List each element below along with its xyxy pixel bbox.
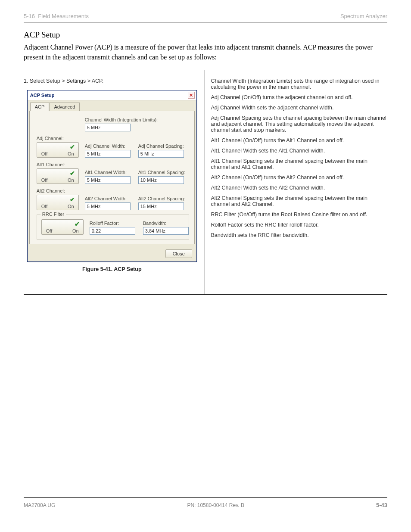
desc-item: Alt1 Channel (On/Off) turns the Alt1 Cha… xyxy=(211,137,388,143)
two-column-layout: 1. Select Setup > Settings > ACP. ACP Se… xyxy=(24,70,387,295)
rrc-filter-legend: RRC Filter xyxy=(40,212,66,217)
page-footer: MA2700A UG PN: 10580-00414 Rev. B 5-43 xyxy=(24,497,387,508)
channel-width-label: Channel Width (Integration Limits): xyxy=(85,117,158,122)
toggle-off-label: Off xyxy=(41,204,47,209)
bandwidth-label: Bandwidth: xyxy=(143,221,189,226)
check-icon: ✔ xyxy=(75,221,80,227)
footer-pn: PN: 10580-00414 Rev. B xyxy=(187,502,244,508)
toggle-off-label: Off xyxy=(46,228,52,233)
desc-item: Alt2 Channel (On/Off) turns the Alt2 Cha… xyxy=(211,174,388,180)
alt2-channel-toggle[interactable]: ✔ Off On xyxy=(37,195,79,210)
bandwidth-input[interactable] xyxy=(143,227,189,235)
adj-channel-width-label: Adj Channel Width: xyxy=(85,143,131,149)
desc-item: Adj Channel Spacing sets the channel spa… xyxy=(211,115,388,133)
step-text: 1. Select Setup > Settings > ACP. xyxy=(24,78,200,84)
footer-doc: MA2700A UG xyxy=(24,502,55,508)
dialog-title: ACP Setup xyxy=(30,93,55,98)
alt1-channel-toggle[interactable]: ✔ Off On xyxy=(37,168,79,184)
alt2-channel-spacing-input[interactable] xyxy=(138,202,184,210)
section-body: Adjacent Channel Power (ACP) is a measur… xyxy=(24,42,387,62)
adj-channel-toggle[interactable]: ✔ Off On xyxy=(37,142,79,158)
close-icon[interactable]: ✕ xyxy=(188,92,195,99)
toggle-on-label: On xyxy=(68,177,74,183)
tab-panel: Channel Width (Integration Limits): Adj … xyxy=(29,111,195,244)
alt2-channel-label: Alt2 Channel: xyxy=(37,188,85,193)
desc-item: RRC Filter (On/Off) turns the Root Raise… xyxy=(211,212,388,218)
alt2-channel-width-label: Alt2 Channel Width: xyxy=(85,196,131,201)
section-title: ACP Setup xyxy=(24,30,387,40)
desc-item: Alt1 Channel Width sets the Alt1 Channel… xyxy=(211,148,388,154)
alt1-channel-spacing-label: Alt1 Channel Spacing: xyxy=(138,170,185,175)
tab-advanced[interactable]: Advanced xyxy=(49,103,80,111)
desc-item: Channel Width (Integration Limits) sets … xyxy=(211,78,388,90)
rrc-filter-toggle[interactable]: ✔ Off On xyxy=(41,219,84,235)
rrc-filter-group: RRC Filter ✔ Off On Rolloff Factor: xyxy=(37,215,189,240)
toggle-off-label: Off xyxy=(41,151,47,156)
adj-channel-width-input[interactable] xyxy=(85,150,131,158)
alt2-channel-width-input[interactable] xyxy=(85,202,131,210)
rolloff-label: Rolloff Factor: xyxy=(90,221,135,226)
adj-channel-spacing-label: Adj Channel Spacing: xyxy=(138,143,184,149)
description-column: Channel Width (Integration Limits) sets … xyxy=(205,70,388,294)
desc-item: Adj Channel Width sets the adjacent chan… xyxy=(211,105,388,111)
section-ref: 5-16 Field Measurements xyxy=(24,13,89,19)
header-rule xyxy=(24,22,387,22)
alt1-channel-label: Alt1 Channel: xyxy=(37,162,85,167)
acp-setup-dialog: ACP Setup ✕ ACP Advanced Channel Width (… xyxy=(27,90,197,262)
alt2-channel-spacing-label: Alt2 Channel Spacing: xyxy=(138,196,185,201)
check-icon: ✔ xyxy=(70,196,75,203)
close-button[interactable]: Close xyxy=(165,249,192,258)
toggle-on-label: On xyxy=(68,204,74,209)
toggle-on-label: On xyxy=(68,151,74,156)
desc-item: Alt1 Channel Spacing sets the channel sp… xyxy=(211,158,388,170)
desc-item: Alt2 Channel Spacing sets the channel sp… xyxy=(211,195,388,207)
alt1-channel-spacing-input[interactable] xyxy=(138,176,184,184)
desc-item: Bandwidth sets the RRC filter bandwidth. xyxy=(211,232,388,238)
check-icon: ✔ xyxy=(70,143,75,150)
alt1-channel-width-label: Alt1 Channel Width: xyxy=(85,170,131,175)
tab-acp[interactable]: ACP xyxy=(30,103,50,111)
dialog-titlebar: ACP Setup ✕ xyxy=(28,90,196,100)
desc-item: Alt2 Channel Width sets the Alt2 Channel… xyxy=(211,185,388,191)
adj-channel-spacing-input[interactable] xyxy=(138,150,184,158)
chapter-title: Spectrum Analyzer xyxy=(340,13,387,19)
toggle-off-label: Off xyxy=(41,177,47,183)
figure-caption: Figure 5-41. ACP Setup xyxy=(24,266,200,272)
footer-page: 5-43 xyxy=(376,502,387,508)
check-icon: ✔ xyxy=(70,170,75,177)
toggle-on-label: On xyxy=(72,228,79,233)
desc-item: Adj Channel (On/Off) turns the adjacent … xyxy=(211,94,388,100)
channel-width-input[interactable] xyxy=(85,124,131,131)
alt1-channel-width-input[interactable] xyxy=(85,176,131,184)
rolloff-input[interactable] xyxy=(90,227,135,235)
desc-item: Rolloff Factor sets the RRC filter rollo… xyxy=(211,222,388,228)
adj-channel-label: Adj Channel: xyxy=(37,136,85,141)
